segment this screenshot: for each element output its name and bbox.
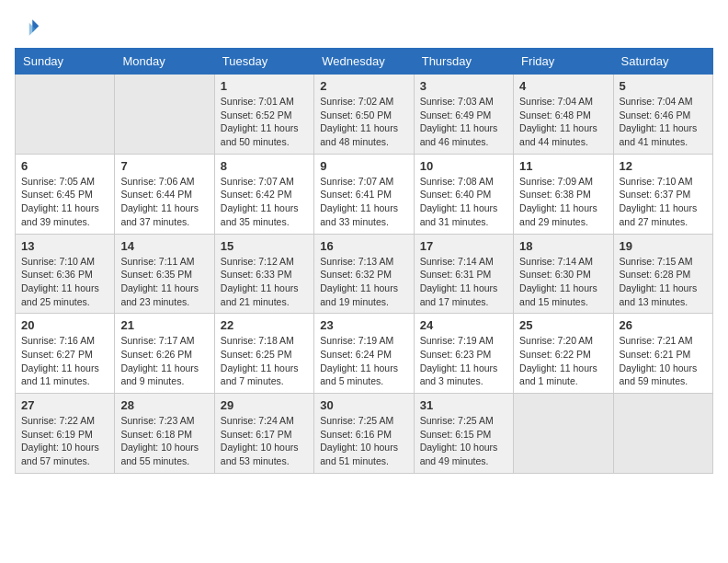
day-number: 24 bbox=[420, 318, 507, 332]
calendar-cell: 9Sunrise: 7:07 AM Sunset: 6:41 PM Daylig… bbox=[314, 154, 414, 234]
calendar-row: 27Sunrise: 7:22 AM Sunset: 6:19 PM Dayli… bbox=[16, 394, 713, 474]
day-number: 27 bbox=[21, 398, 108, 412]
calendar-header-row: SundayMondayTuesdayWednesdayThursdayFrid… bbox=[16, 49, 713, 75]
day-number: 19 bbox=[620, 239, 707, 253]
cell-text: Sunrise: 7:13 AM Sunset: 6:32 PM Dayligh… bbox=[320, 255, 407, 309]
cell-text: Sunrise: 7:05 AM Sunset: 6:45 PM Dayligh… bbox=[21, 175, 108, 229]
calendar-cell: 19Sunrise: 7:15 AM Sunset: 6:28 PM Dayli… bbox=[613, 234, 712, 314]
calendar-cell: 10Sunrise: 7:08 AM Sunset: 6:40 PM Dayli… bbox=[414, 154, 513, 234]
calendar-cell: 29Sunrise: 7:24 AM Sunset: 6:17 PM Dayli… bbox=[214, 394, 313, 474]
calendar-cell bbox=[16, 75, 115, 155]
calendar-cell: 13Sunrise: 7:10 AM Sunset: 6:36 PM Dayli… bbox=[16, 234, 115, 314]
day-number: 14 bbox=[120, 239, 208, 253]
cell-text: Sunrise: 7:24 AM Sunset: 6:17 PM Dayligh… bbox=[221, 414, 308, 468]
calendar-cell: 30Sunrise: 7:25 AM Sunset: 6:16 PM Dayli… bbox=[314, 394, 414, 474]
day-number: 23 bbox=[320, 318, 407, 332]
calendar-cell: 23Sunrise: 7:19 AM Sunset: 6:24 PM Dayli… bbox=[314, 314, 414, 394]
day-number: 29 bbox=[221, 398, 308, 412]
cell-text: Sunrise: 7:01 AM Sunset: 6:52 PM Dayligh… bbox=[221, 95, 308, 149]
cell-text: Sunrise: 7:20 AM Sunset: 6:22 PM Dayligh… bbox=[519, 334, 607, 388]
cell-text: Sunrise: 7:18 AM Sunset: 6:25 PM Dayligh… bbox=[221, 334, 308, 388]
calendar-cell: 8Sunrise: 7:07 AM Sunset: 6:42 PM Daylig… bbox=[214, 154, 313, 234]
calendar-cell bbox=[613, 394, 712, 474]
calendar-cell: 14Sunrise: 7:11 AM Sunset: 6:35 PM Dayli… bbox=[115, 234, 214, 314]
calendar-row: 6Sunrise: 7:05 AM Sunset: 6:45 PM Daylig… bbox=[16, 154, 713, 234]
day-number: 28 bbox=[120, 398, 208, 412]
weekday-header: Friday bbox=[514, 49, 613, 75]
day-number: 1 bbox=[221, 79, 308, 93]
calendar-cell: 4Sunrise: 7:04 AM Sunset: 6:48 PM Daylig… bbox=[514, 75, 613, 155]
day-number: 3 bbox=[420, 79, 507, 93]
day-number: 5 bbox=[620, 79, 707, 93]
cell-text: Sunrise: 7:10 AM Sunset: 6:37 PM Dayligh… bbox=[620, 175, 707, 229]
calendar-body: 1Sunrise: 7:01 AM Sunset: 6:52 PM Daylig… bbox=[16, 75, 713, 474]
cell-text: Sunrise: 7:14 AM Sunset: 6:30 PM Dayligh… bbox=[519, 255, 607, 309]
calendar-cell: 5Sunrise: 7:04 AM Sunset: 6:46 PM Daylig… bbox=[613, 75, 712, 155]
cell-text: Sunrise: 7:22 AM Sunset: 6:19 PM Dayligh… bbox=[21, 414, 108, 468]
logo bbox=[15, 15, 44, 40]
day-number: 8 bbox=[221, 159, 308, 173]
calendar-cell: 11Sunrise: 7:09 AM Sunset: 6:38 PM Dayli… bbox=[514, 154, 613, 234]
calendar-row: 20Sunrise: 7:16 AM Sunset: 6:27 PM Dayli… bbox=[16, 314, 713, 394]
calendar-cell bbox=[514, 394, 613, 474]
day-number: 7 bbox=[120, 159, 208, 173]
calendar-cell: 31Sunrise: 7:25 AM Sunset: 6:15 PM Dayli… bbox=[414, 394, 513, 474]
day-number: 2 bbox=[320, 79, 407, 93]
day-number: 17 bbox=[420, 239, 507, 253]
calendar-cell: 15Sunrise: 7:12 AM Sunset: 6:33 PM Dayli… bbox=[214, 234, 313, 314]
cell-text: Sunrise: 7:16 AM Sunset: 6:27 PM Dayligh… bbox=[21, 334, 108, 388]
cell-text: Sunrise: 7:08 AM Sunset: 6:40 PM Dayligh… bbox=[420, 175, 507, 229]
day-number: 22 bbox=[221, 318, 308, 332]
calendar-cell: 24Sunrise: 7:19 AM Sunset: 6:23 PM Dayli… bbox=[414, 314, 513, 394]
calendar-cell: 21Sunrise: 7:17 AM Sunset: 6:26 PM Dayli… bbox=[115, 314, 214, 394]
weekday-header: Monday bbox=[115, 49, 214, 75]
calendar-cell: 17Sunrise: 7:14 AM Sunset: 6:31 PM Dayli… bbox=[414, 234, 513, 314]
cell-text: Sunrise: 7:12 AM Sunset: 6:33 PM Dayligh… bbox=[221, 255, 308, 309]
cell-text: Sunrise: 7:21 AM Sunset: 6:21 PM Dayligh… bbox=[620, 334, 707, 388]
calendar-cell: 2Sunrise: 7:02 AM Sunset: 6:50 PM Daylig… bbox=[314, 75, 414, 155]
calendar-cell: 26Sunrise: 7:21 AM Sunset: 6:21 PM Dayli… bbox=[613, 314, 712, 394]
cell-text: Sunrise: 7:04 AM Sunset: 6:48 PM Dayligh… bbox=[519, 95, 607, 149]
day-number: 25 bbox=[519, 318, 607, 332]
cell-text: Sunrise: 7:04 AM Sunset: 6:46 PM Dayligh… bbox=[620, 95, 707, 149]
day-number: 30 bbox=[320, 398, 407, 412]
cell-text: Sunrise: 7:10 AM Sunset: 6:36 PM Dayligh… bbox=[21, 255, 108, 309]
day-number: 15 bbox=[221, 239, 308, 253]
cell-text: Sunrise: 7:17 AM Sunset: 6:26 PM Dayligh… bbox=[120, 334, 208, 388]
cell-text: Sunrise: 7:03 AM Sunset: 6:49 PM Dayligh… bbox=[420, 95, 507, 149]
weekday-header: Sunday bbox=[16, 49, 115, 75]
calendar-row: 1Sunrise: 7:01 AM Sunset: 6:52 PM Daylig… bbox=[16, 75, 713, 155]
calendar-cell: 7Sunrise: 7:06 AM Sunset: 6:44 PM Daylig… bbox=[115, 154, 214, 234]
weekday-header: Saturday bbox=[613, 49, 712, 75]
cell-text: Sunrise: 7:23 AM Sunset: 6:18 PM Dayligh… bbox=[120, 414, 208, 468]
day-number: 20 bbox=[21, 318, 108, 332]
calendar-cell: 27Sunrise: 7:22 AM Sunset: 6:19 PM Dayli… bbox=[16, 394, 115, 474]
day-number: 21 bbox=[120, 318, 208, 332]
weekday-header: Tuesday bbox=[214, 49, 313, 75]
calendar-cell: 6Sunrise: 7:05 AM Sunset: 6:45 PM Daylig… bbox=[16, 154, 115, 234]
cell-text: Sunrise: 7:02 AM Sunset: 6:50 PM Dayligh… bbox=[320, 95, 407, 149]
weekday-header: Thursday bbox=[414, 49, 513, 75]
calendar-cell: 1Sunrise: 7:01 AM Sunset: 6:52 PM Daylig… bbox=[214, 75, 313, 155]
page-header bbox=[15, 15, 713, 40]
calendar-cell: 18Sunrise: 7:14 AM Sunset: 6:30 PM Dayli… bbox=[514, 234, 613, 314]
calendar-cell: 12Sunrise: 7:10 AM Sunset: 6:37 PM Dayli… bbox=[613, 154, 712, 234]
day-number: 31 bbox=[420, 398, 507, 412]
cell-text: Sunrise: 7:06 AM Sunset: 6:44 PM Dayligh… bbox=[120, 175, 208, 229]
cell-text: Sunrise: 7:14 AM Sunset: 6:31 PM Dayligh… bbox=[420, 255, 507, 309]
calendar-table: SundayMondayTuesdayWednesdayThursdayFrid… bbox=[15, 48, 713, 474]
calendar-cell bbox=[115, 75, 214, 155]
weekday-header: Wednesday bbox=[314, 49, 414, 75]
calendar-cell: 22Sunrise: 7:18 AM Sunset: 6:25 PM Dayli… bbox=[214, 314, 313, 394]
day-number: 9 bbox=[320, 159, 407, 173]
cell-text: Sunrise: 7:07 AM Sunset: 6:42 PM Dayligh… bbox=[221, 175, 308, 229]
cell-text: Sunrise: 7:07 AM Sunset: 6:41 PM Dayligh… bbox=[320, 175, 407, 229]
cell-text: Sunrise: 7:25 AM Sunset: 6:16 PM Dayligh… bbox=[320, 414, 407, 468]
day-number: 16 bbox=[320, 239, 407, 253]
calendar-row: 13Sunrise: 7:10 AM Sunset: 6:36 PM Dayli… bbox=[16, 234, 713, 314]
calendar-cell: 3Sunrise: 7:03 AM Sunset: 6:49 PM Daylig… bbox=[414, 75, 513, 155]
calendar-cell: 20Sunrise: 7:16 AM Sunset: 6:27 PM Dayli… bbox=[16, 314, 115, 394]
day-number: 26 bbox=[620, 318, 707, 332]
cell-text: Sunrise: 7:15 AM Sunset: 6:28 PM Dayligh… bbox=[620, 255, 707, 309]
day-number: 11 bbox=[519, 159, 607, 173]
